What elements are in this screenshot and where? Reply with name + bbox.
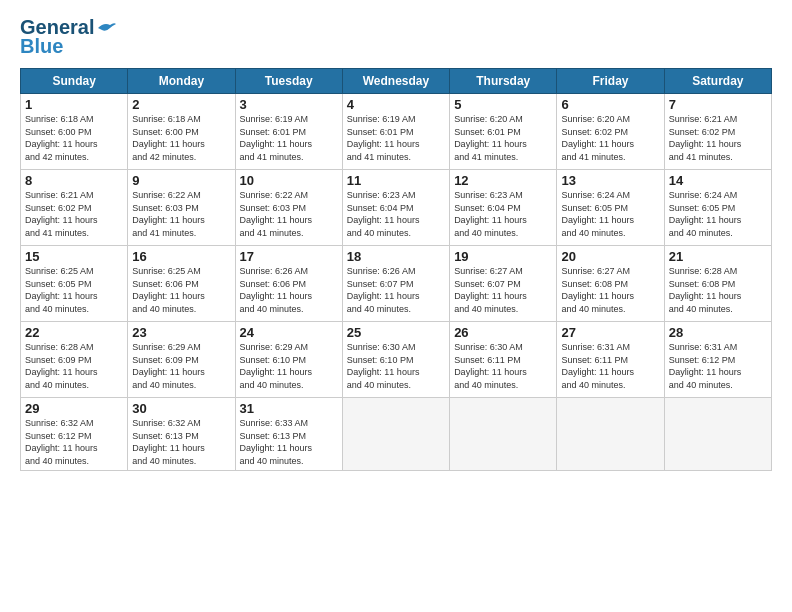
day-number: 28 bbox=[669, 325, 767, 340]
day-number: 19 bbox=[454, 249, 552, 264]
calendar-week-row: 22Sunrise: 6:28 AM Sunset: 6:09 PM Dayli… bbox=[21, 322, 772, 398]
day-number: 7 bbox=[669, 97, 767, 112]
day-number: 24 bbox=[240, 325, 338, 340]
calendar-day-cell bbox=[664, 398, 771, 471]
calendar-day-cell: 28Sunrise: 6:31 AM Sunset: 6:12 PM Dayli… bbox=[664, 322, 771, 398]
calendar-day-cell: 24Sunrise: 6:29 AM Sunset: 6:10 PM Dayli… bbox=[235, 322, 342, 398]
calendar-day-cell: 7Sunrise: 6:21 AM Sunset: 6:02 PM Daylig… bbox=[664, 94, 771, 170]
calendar-day-cell: 9Sunrise: 6:22 AM Sunset: 6:03 PM Daylig… bbox=[128, 170, 235, 246]
day-number: 1 bbox=[25, 97, 123, 112]
calendar-day-cell: 25Sunrise: 6:30 AM Sunset: 6:10 PM Dayli… bbox=[342, 322, 449, 398]
day-number: 11 bbox=[347, 173, 445, 188]
day-info: Sunrise: 6:32 AM Sunset: 6:12 PM Dayligh… bbox=[25, 417, 123, 467]
day-info: Sunrise: 6:29 AM Sunset: 6:10 PM Dayligh… bbox=[240, 341, 338, 391]
day-number: 22 bbox=[25, 325, 123, 340]
calendar-week-row: 8Sunrise: 6:21 AM Sunset: 6:02 PM Daylig… bbox=[21, 170, 772, 246]
day-number: 25 bbox=[347, 325, 445, 340]
day-number: 14 bbox=[669, 173, 767, 188]
day-info: Sunrise: 6:18 AM Sunset: 6:00 PM Dayligh… bbox=[132, 113, 230, 163]
day-number: 15 bbox=[25, 249, 123, 264]
calendar-day-cell: 20Sunrise: 6:27 AM Sunset: 6:08 PM Dayli… bbox=[557, 246, 664, 322]
calendar-day-cell: 21Sunrise: 6:28 AM Sunset: 6:08 PM Dayli… bbox=[664, 246, 771, 322]
calendar-header-monday: Monday bbox=[128, 69, 235, 94]
day-info: Sunrise: 6:31 AM Sunset: 6:11 PM Dayligh… bbox=[561, 341, 659, 391]
day-number: 27 bbox=[561, 325, 659, 340]
day-info: Sunrise: 6:22 AM Sunset: 6:03 PM Dayligh… bbox=[132, 189, 230, 239]
day-info: Sunrise: 6:28 AM Sunset: 6:09 PM Dayligh… bbox=[25, 341, 123, 391]
calendar-day-cell: 19Sunrise: 6:27 AM Sunset: 6:07 PM Dayli… bbox=[450, 246, 557, 322]
day-info: Sunrise: 6:18 AM Sunset: 6:00 PM Dayligh… bbox=[25, 113, 123, 163]
calendar-day-cell: 15Sunrise: 6:25 AM Sunset: 6:05 PM Dayli… bbox=[21, 246, 128, 322]
header: General Blue bbox=[20, 16, 772, 58]
calendar-day-cell: 17Sunrise: 6:26 AM Sunset: 6:06 PM Dayli… bbox=[235, 246, 342, 322]
calendar-week-row: 29Sunrise: 6:32 AM Sunset: 6:12 PM Dayli… bbox=[21, 398, 772, 471]
calendar-day-cell bbox=[557, 398, 664, 471]
day-number: 12 bbox=[454, 173, 552, 188]
day-info: Sunrise: 6:26 AM Sunset: 6:06 PM Dayligh… bbox=[240, 265, 338, 315]
day-info: Sunrise: 6:27 AM Sunset: 6:08 PM Dayligh… bbox=[561, 265, 659, 315]
calendar-day-cell: 2Sunrise: 6:18 AM Sunset: 6:00 PM Daylig… bbox=[128, 94, 235, 170]
calendar-day-cell: 22Sunrise: 6:28 AM Sunset: 6:09 PM Dayli… bbox=[21, 322, 128, 398]
day-info: Sunrise: 6:20 AM Sunset: 6:01 PM Dayligh… bbox=[454, 113, 552, 163]
day-info: Sunrise: 6:21 AM Sunset: 6:02 PM Dayligh… bbox=[669, 113, 767, 163]
day-info: Sunrise: 6:26 AM Sunset: 6:07 PM Dayligh… bbox=[347, 265, 445, 315]
calendar-day-cell: 18Sunrise: 6:26 AM Sunset: 6:07 PM Dayli… bbox=[342, 246, 449, 322]
day-number: 8 bbox=[25, 173, 123, 188]
logo: General Blue bbox=[20, 16, 118, 58]
calendar-table: SundayMondayTuesdayWednesdayThursdayFrid… bbox=[20, 68, 772, 471]
calendar-day-cell: 1Sunrise: 6:18 AM Sunset: 6:00 PM Daylig… bbox=[21, 94, 128, 170]
calendar-day-cell: 8Sunrise: 6:21 AM Sunset: 6:02 PM Daylig… bbox=[21, 170, 128, 246]
calendar-day-cell: 10Sunrise: 6:22 AM Sunset: 6:03 PM Dayli… bbox=[235, 170, 342, 246]
day-number: 30 bbox=[132, 401, 230, 416]
calendar-day-cell: 27Sunrise: 6:31 AM Sunset: 6:11 PM Dayli… bbox=[557, 322, 664, 398]
day-number: 21 bbox=[669, 249, 767, 264]
day-number: 18 bbox=[347, 249, 445, 264]
day-info: Sunrise: 6:23 AM Sunset: 6:04 PM Dayligh… bbox=[454, 189, 552, 239]
calendar-day-cell: 29Sunrise: 6:32 AM Sunset: 6:12 PM Dayli… bbox=[21, 398, 128, 471]
day-number: 17 bbox=[240, 249, 338, 264]
day-info: Sunrise: 6:25 AM Sunset: 6:06 PM Dayligh… bbox=[132, 265, 230, 315]
day-number: 4 bbox=[347, 97, 445, 112]
calendar-day-cell bbox=[342, 398, 449, 471]
day-number: 29 bbox=[25, 401, 123, 416]
calendar-day-cell: 31Sunrise: 6:33 AM Sunset: 6:13 PM Dayli… bbox=[235, 398, 342, 471]
calendar-day-cell: 26Sunrise: 6:30 AM Sunset: 6:11 PM Dayli… bbox=[450, 322, 557, 398]
calendar-day-cell: 14Sunrise: 6:24 AM Sunset: 6:05 PM Dayli… bbox=[664, 170, 771, 246]
day-info: Sunrise: 6:30 AM Sunset: 6:10 PM Dayligh… bbox=[347, 341, 445, 391]
day-info: Sunrise: 6:30 AM Sunset: 6:11 PM Dayligh… bbox=[454, 341, 552, 391]
calendar-week-row: 15Sunrise: 6:25 AM Sunset: 6:05 PM Dayli… bbox=[21, 246, 772, 322]
day-number: 5 bbox=[454, 97, 552, 112]
day-number: 23 bbox=[132, 325, 230, 340]
day-number: 10 bbox=[240, 173, 338, 188]
day-info: Sunrise: 6:28 AM Sunset: 6:08 PM Dayligh… bbox=[669, 265, 767, 315]
calendar-day-cell: 4Sunrise: 6:19 AM Sunset: 6:01 PM Daylig… bbox=[342, 94, 449, 170]
calendar-header-thursday: Thursday bbox=[450, 69, 557, 94]
day-info: Sunrise: 6:22 AM Sunset: 6:03 PM Dayligh… bbox=[240, 189, 338, 239]
day-info: Sunrise: 6:24 AM Sunset: 6:05 PM Dayligh… bbox=[669, 189, 767, 239]
logo-blue: Blue bbox=[20, 35, 63, 58]
day-info: Sunrise: 6:33 AM Sunset: 6:13 PM Dayligh… bbox=[240, 417, 338, 467]
day-info: Sunrise: 6:25 AM Sunset: 6:05 PM Dayligh… bbox=[25, 265, 123, 315]
calendar-header-sunday: Sunday bbox=[21, 69, 128, 94]
calendar-day-cell: 13Sunrise: 6:24 AM Sunset: 6:05 PM Dayli… bbox=[557, 170, 664, 246]
calendar-header-row: SundayMondayTuesdayWednesdayThursdayFrid… bbox=[21, 69, 772, 94]
day-info: Sunrise: 6:27 AM Sunset: 6:07 PM Dayligh… bbox=[454, 265, 552, 315]
page: General Blue SundayMondayTuesdayWednesda… bbox=[0, 0, 792, 612]
day-info: Sunrise: 6:31 AM Sunset: 6:12 PM Dayligh… bbox=[669, 341, 767, 391]
calendar-day-cell: 30Sunrise: 6:32 AM Sunset: 6:13 PM Dayli… bbox=[128, 398, 235, 471]
calendar-day-cell: 12Sunrise: 6:23 AM Sunset: 6:04 PM Dayli… bbox=[450, 170, 557, 246]
day-number: 13 bbox=[561, 173, 659, 188]
day-info: Sunrise: 6:19 AM Sunset: 6:01 PM Dayligh… bbox=[240, 113, 338, 163]
day-number: 3 bbox=[240, 97, 338, 112]
day-number: 16 bbox=[132, 249, 230, 264]
day-info: Sunrise: 6:23 AM Sunset: 6:04 PM Dayligh… bbox=[347, 189, 445, 239]
calendar-day-cell: 6Sunrise: 6:20 AM Sunset: 6:02 PM Daylig… bbox=[557, 94, 664, 170]
calendar-day-cell: 11Sunrise: 6:23 AM Sunset: 6:04 PM Dayli… bbox=[342, 170, 449, 246]
calendar-day-cell bbox=[450, 398, 557, 471]
calendar-header-wednesday: Wednesday bbox=[342, 69, 449, 94]
day-number: 20 bbox=[561, 249, 659, 264]
calendar-day-cell: 16Sunrise: 6:25 AM Sunset: 6:06 PM Dayli… bbox=[128, 246, 235, 322]
day-number: 9 bbox=[132, 173, 230, 188]
calendar-week-row: 1Sunrise: 6:18 AM Sunset: 6:00 PM Daylig… bbox=[21, 94, 772, 170]
day-info: Sunrise: 6:21 AM Sunset: 6:02 PM Dayligh… bbox=[25, 189, 123, 239]
